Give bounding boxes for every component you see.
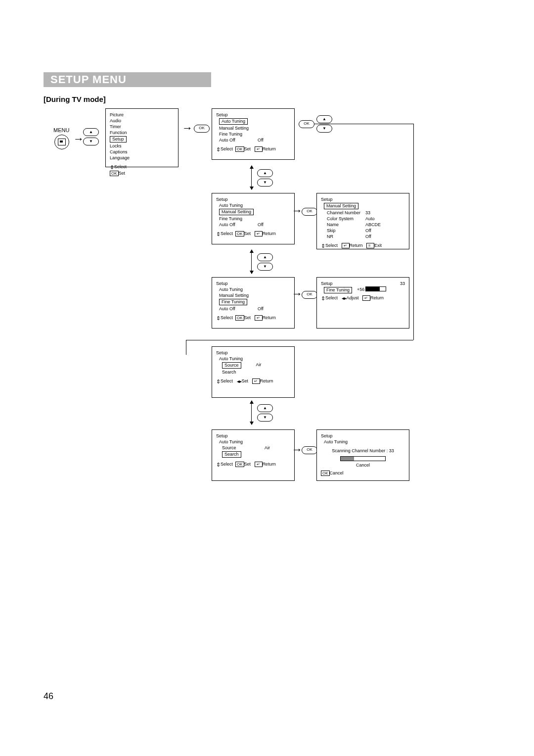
connector-line — [186, 340, 186, 355]
fine-tuning-bar — [365, 286, 386, 291]
field-label: Color System — [327, 216, 365, 222]
ok-button[interactable]: OK — [302, 446, 317, 454]
arrow-right-icon: → — [73, 134, 84, 144]
panel-hints: OKCancel — [321, 470, 405, 476]
panel-hints: ⇕Select OKSet Return — [216, 146, 290, 152]
main-menu-panel: Picture Audio Timer Function Setup Locks… — [105, 108, 178, 167]
menu-item[interactable]: Search — [222, 369, 261, 375]
field-value: Auto — [365, 216, 385, 222]
panel-hints: ⇕Select OKSet Return — [216, 231, 290, 237]
progress-bar — [340, 456, 386, 461]
section-subhead: [During TV mode] — [44, 95, 106, 103]
cancel-label[interactable]: Cancel — [321, 462, 405, 468]
menu-item-selected[interactable]: Search — [222, 451, 241, 458]
connector-line — [186, 340, 413, 340]
menu-item[interactable]: Locks — [110, 143, 174, 149]
channel-number: 33 — [400, 281, 405, 286]
menu-item[interactable]: Audio — [110, 118, 174, 124]
ok-button[interactable]: OK — [302, 208, 317, 216]
ok-button[interactable]: OK — [302, 291, 317, 299]
arrow-right-icon: → — [292, 288, 303, 299]
nav-up-icon[interactable]: ▲ — [257, 169, 273, 177]
menu-item-selected[interactable]: Manual Setting — [324, 203, 358, 209]
menu-item-selected[interactable]: Manual Setting — [219, 209, 254, 215]
nav-down-icon[interactable]: ▼ — [257, 263, 273, 271]
page-number: 46 — [44, 691, 53, 702]
menu-item[interactable]: Fine Tuning — [219, 131, 258, 137]
menu-item-selected[interactable]: Setup — [110, 136, 127, 142]
setup-panel-manual: Setup Auto Tuning Manual Setting Fine Tu… — [212, 193, 295, 244]
panel-hints: ⇕Select OKSet Return — [216, 315, 290, 321]
nav-up-icon[interactable]: ▲ — [257, 404, 273, 412]
nav-down-icon[interactable]: ▼ — [316, 125, 332, 133]
vertical-connector — [251, 166, 252, 189]
setup-panel-autotuning: Setup Auto Tuning Manual Setting Fine Tu… — [212, 108, 295, 160]
nav-up-icon[interactable]: ▲ — [257, 253, 273, 261]
menu-item[interactable]: Captions — [110, 149, 174, 155]
manual-setting-panel: Setup Manual Setting Channel Number33 Co… — [316, 193, 409, 249]
field-value: Off — [365, 234, 385, 239]
menu-item[interactable]: Auto Off — [219, 306, 258, 312]
page-title: SETUP MENU — [44, 72, 211, 87]
panel-title: Setup — [216, 196, 290, 202]
menu-item[interactable]: Language — [110, 155, 174, 161]
field-label: Name — [327, 222, 365, 228]
panel-hints: ⇕Select ◂▸Set Return — [216, 378, 290, 384]
panel-title: Setup — [216, 433, 290, 439]
menu-item-selected[interactable]: Fine Tuning — [324, 287, 352, 293]
connector-line — [413, 124, 414, 340]
panel-title: Setup — [321, 281, 333, 286]
menu-item[interactable]: Auto Off — [219, 137, 258, 143]
panel-title: Setup — [216, 112, 290, 118]
field-value: Off — [365, 228, 385, 234]
menu-item-selected[interactable]: Fine Tuning — [219, 299, 247, 305]
field-value: Air — [265, 445, 284, 451]
ok-button[interactable]: OK — [299, 120, 314, 128]
menu-item[interactable]: Picture — [110, 112, 174, 118]
panel-hints: ⇕Select ◂▸Adjust Return — [321, 295, 405, 301]
menu-item-selected[interactable]: Source — [222, 362, 241, 369]
menu-item[interactable]: Auto Tuning — [219, 286, 258, 292]
field-label: NR — [327, 234, 365, 239]
auto-tuning-source-panel: Setup Auto Tuning SourceAir Search ⇕Sele… — [212, 346, 295, 398]
arrow-right-icon: → — [292, 205, 303, 216]
arrow-right-icon: → — [292, 444, 303, 455]
menu-button-icon[interactable] — [54, 135, 69, 149]
vertical-connector — [251, 401, 252, 425]
nav-down-icon[interactable]: ▼ — [257, 414, 273, 422]
field-label: Channel Number — [327, 210, 365, 216]
nav-up-icon[interactable]: ▲ — [316, 115, 332, 123]
nav-up-icon[interactable]: ▲ — [83, 128, 99, 136]
arrow-right-icon: → — [182, 123, 193, 134]
auto-tuning-search-panel: Setup Auto Tuning SourceAir Search ⇕Sele… — [212, 429, 295, 481]
nav-down-icon[interactable]: ▼ — [257, 179, 273, 187]
field-value: ABCDE — [365, 222, 385, 228]
menu-item[interactable]: Manual Setting — [219, 292, 258, 298]
menu-item-selected[interactable]: Auto Tuning — [219, 118, 248, 125]
menu-item[interactable]: Source — [222, 445, 261, 451]
ok-button[interactable]: OK — [194, 125, 210, 133]
menu-item[interactable]: Auto Tuning — [219, 202, 258, 208]
menu-item[interactable]: Auto Off — [219, 222, 258, 228]
menu-item[interactable]: Function — [110, 130, 174, 136]
panel-title: Setup — [321, 433, 405, 439]
scanning-panel: Setup Auto Tuning Scanning Channel Numbe… — [316, 429, 409, 481]
menu-item[interactable]: Manual Setting — [219, 125, 258, 131]
panel-subtitle: Auto Tuning — [219, 439, 243, 445]
panel-hints: ⇕Select OKSet Return — [216, 461, 290, 468]
menu-value: Off — [258, 137, 277, 143]
panel-hints: ⇕Select Return Exit — [321, 242, 405, 249]
field-value: 33 — [365, 210, 385, 216]
menu-value: Off — [258, 306, 277, 312]
menu-item[interactable]: Timer — [110, 124, 174, 130]
nav-down-icon[interactable]: ▼ — [83, 138, 99, 145]
menu-value: Off — [258, 222, 277, 228]
vertical-connector — [251, 250, 252, 274]
panel-title: Setup — [321, 196, 405, 202]
menu-item[interactable]: Fine Tuning — [219, 216, 258, 222]
panel-subtitle: Auto Tuning — [219, 356, 243, 362]
menu-hints: ⇕Select OKSet — [110, 164, 174, 176]
connector-line — [314, 124, 413, 124]
menu-label: MENU — [53, 127, 69, 133]
fine-tuning-panel: Setup 33 Fine Tuning +56 ⇕Select ◂▸Adjus… — [316, 277, 409, 329]
